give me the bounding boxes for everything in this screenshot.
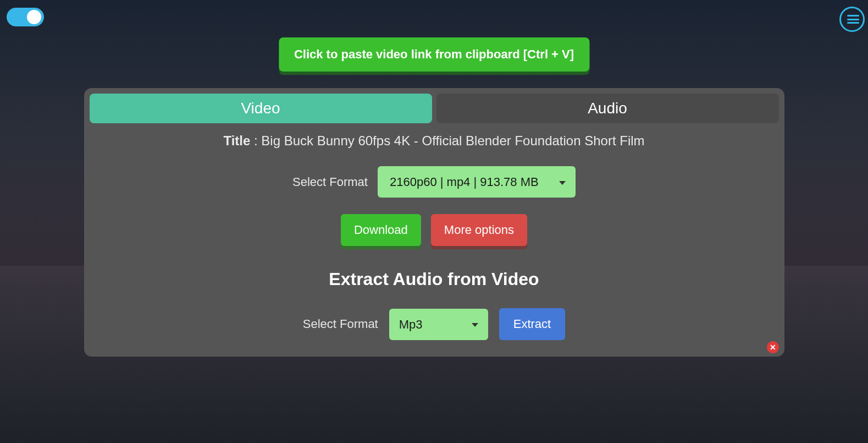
- video-format-select[interactable]: 2160p60 | mp4 | 913.78 MB: [378, 166, 576, 198]
- main-panel: Video Audio Title : Big Buck Bunny 60fps…: [84, 88, 784, 357]
- audio-format-select-wrap: Mp3: [389, 309, 488, 340]
- video-format-row: Select Format 2160p60 | mp4 | 913.78 MB: [90, 166, 779, 198]
- close-icon[interactable]: ✕: [767, 341, 779, 353]
- extract-button[interactable]: Extract: [499, 308, 565, 340]
- tab-video[interactable]: Video: [90, 94, 432, 123]
- tab-bar: Video Audio: [90, 94, 779, 123]
- hamburger-icon: [847, 15, 859, 24]
- audio-format-label: Select Format: [303, 317, 378, 331]
- paste-link-button[interactable]: Click to paste video link from clipboard…: [279, 37, 589, 72]
- extract-heading: Extract Audio from Video: [90, 269, 779, 289]
- video-title-value: Big Buck Bunny 60fps 4K - Official Blend…: [261, 133, 644, 148]
- tab-audio[interactable]: Audio: [436, 94, 779, 123]
- menu-button[interactable]: [839, 7, 865, 32]
- toggle-knob-icon: [27, 10, 41, 24]
- video-format-select-wrap: 2160p60 | mp4 | 913.78 MB: [378, 166, 576, 198]
- title-separator: :: [250, 133, 261, 148]
- theme-toggle[interactable]: [7, 8, 44, 26]
- more-options-button[interactable]: More options: [431, 214, 527, 246]
- audio-format-select[interactable]: Mp3: [389, 309, 488, 340]
- download-button[interactable]: Download: [341, 214, 421, 246]
- video-action-row: Download More options: [90, 214, 779, 246]
- audio-format-row: Select Format Mp3 Extract: [90, 308, 779, 340]
- video-format-label: Select Format: [292, 175, 368, 189]
- title-label: Title: [223, 133, 250, 148]
- video-title-row: Title : Big Buck Bunny 60fps 4K - Offici…: [90, 133, 779, 149]
